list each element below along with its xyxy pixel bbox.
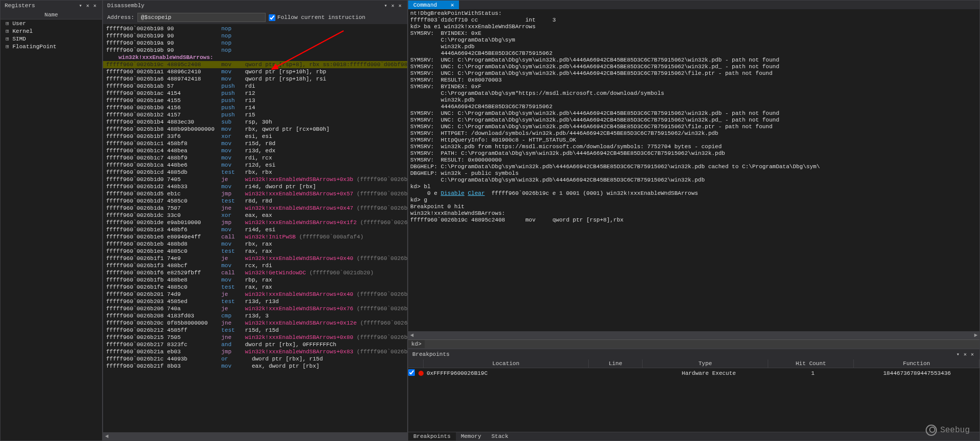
disasm-line[interactable]: fffff960`0026b21c 44093b or dword ptr [r… (103, 355, 407, 363)
disasm-line[interactable]: fffff960`0026b1dc 33c0 xor eax, eax (103, 212, 407, 219)
bp-col-hit[interactable]: Hit Count (768, 359, 854, 368)
disasm-line[interactable]: fffff960`0026b1c7 488bf9 mov rdi, rcx (103, 154, 407, 162)
command-input[interactable] (425, 340, 979, 348)
disassembly-header[interactable]: Disassembly ▾ ✕ ✕ (103, 1, 407, 11)
clear-link[interactable]: Clear (468, 190, 485, 196)
pin-icon[interactable]: ✕ (85, 3, 91, 9)
disasm-line[interactable]: fffff960`0026b1c4 448bea mov r13d, edx (103, 147, 407, 154)
close-icon[interactable]: ✕ (451, 2, 454, 8)
disasm-line[interactable]: fffff960`0026b199 90 nop (103, 32, 407, 39)
pin-icon[interactable]: ✕ (390, 3, 396, 9)
disasm-line[interactable]: fffff960`0026b1ab 57 push rdi (103, 83, 407, 90)
disasm-line[interactable]: fffff960`0026b1a6 4889742418 mov qword p… (103, 75, 407, 83)
disasm-line[interactable]: fffff960`0026b201 74d9 je win32k!xxxEnab… (103, 291, 407, 298)
disasm-line[interactable]: fffff960`0026b203 4585ed test r13d, r13d (103, 298, 407, 305)
dropdown-icon[interactable]: ▾ (77, 3, 84, 9)
disasm-line[interactable]: fffff960`0026b20c 0f85b8000000 jne win32… (103, 319, 407, 327)
seebug-icon (926, 425, 937, 436)
command-output-line: SYMSRV: RESULT: 0x80070003 (410, 77, 977, 84)
disasm-line[interactable]: fffff960`0026b1de e9ab010000 jmp win32k!… (103, 219, 407, 226)
disasm-line[interactable]: fffff960`0026b21f 8b03 mov eax, dword pt… (103, 363, 407, 370)
command-output[interactable]: nt!DbgBreakPointWithStatus:fffff803`d1dc… (408, 9, 979, 331)
bp-enable-checkbox[interactable] (408, 369, 415, 376)
disasm-line[interactable]: fffff960`0026b1fe 4885c0 test rax, rax (103, 284, 407, 291)
command-output-line: fffff803`d1dcf710 cc int 3 (410, 17, 977, 24)
disasm-line[interactable]: fffff960`0026b1d2 448b33 mov r14d, dword… (103, 183, 407, 190)
disasm-line[interactable]: fffff960`0026b215 7505 jne win32k!xxxEna… (103, 334, 407, 341)
disasm-line[interactable]: fffff960`0026b1ac 4154 push r12 (103, 90, 407, 97)
disasm-line[interactable]: fffff960`0026b1fb 488be8 mov rbp, rax (103, 276, 407, 284)
disasm-line[interactable]: fffff960`0026b198 90 nop (103, 25, 407, 32)
disasm-line[interactable]: fffff960`0026b1ee 4885c0 test rax, rax (103, 248, 407, 255)
breakpoint-row[interactable]: 0xFFFFF9600026B19CHardware Execute118446… (408, 368, 979, 378)
disasm-line[interactable]: fffff960`0026b1b0 4156 push r14 (103, 104, 407, 111)
disasm-line[interactable]: fffff960`0026b1e3 448bf6 mov r14d, esi (103, 226, 407, 233)
close-icon[interactable]: ✕ (92, 3, 98, 9)
follow-checkbox[interactable]: Follow current instruction (269, 14, 366, 21)
command-output-line: SYMSRV: BYINDEX: 0xE (410, 30, 977, 37)
command-tab[interactable]: Command ✕ (408, 1, 459, 9)
dropdown-icon[interactable]: ▾ (383, 3, 389, 9)
disasm-line[interactable]: fffff960`0026b1c1 458bf8 mov r15d, r8d (103, 140, 407, 147)
registers-header[interactable]: Registers ▾ ✕ ✕ (1, 1, 102, 11)
right-column: Command ✕ nt!DbgBreakPointWithStatus:fff… (408, 0, 980, 441)
register-group-kernel[interactable]: Kernel (1, 27, 102, 35)
address-input[interactable] (137, 13, 266, 22)
tab-stack[interactable]: Stack (486, 432, 513, 440)
breakpoints-header[interactable]: Breakpoints ▾ ✕ ✕ (408, 349, 979, 359)
command-output-line: DBGHELP: C:\ProgramData\Dbg\sym\win32k.p… (410, 164, 977, 170)
disassembly-body[interactable]: fffff960`0026b198 90 nop fffff960`0026b1… (103, 24, 407, 432)
disasm-line[interactable]: fffff960`0026b21a eb03 jmp win32k!xxxEna… (103, 348, 407, 355)
register-group-floatingpoint[interactable]: FloatingPoint (1, 43, 102, 50)
disasm-line[interactable]: fffff960`0026b19c 48895c2408 mov qword p… (103, 61, 407, 68)
disasm-line[interactable]: fffff960`0026b1eb 488bd8 mov rbx, rax (103, 240, 407, 248)
command-output-line: C:\ProgramData\Dbg\sym (410, 37, 977, 44)
close-icon[interactable]: ✕ (969, 351, 975, 357)
disasm-line[interactable]: fffff960`0026b1f3 488bcf mov rcx, rdi (103, 262, 407, 269)
tab-breakpoints[interactable]: Breakpoints (408, 432, 456, 440)
horizontal-scrollbar[interactable] (103, 432, 407, 440)
tab-memory[interactable]: Memory (456, 432, 487, 440)
disasm-line[interactable]: fffff960`0026b1d7 4585c0 test r8d, r8d (103, 197, 407, 205)
disasm-line[interactable]: fffff960`0026b1b2 4157 push r15 (103, 111, 407, 118)
disasm-line[interactable]: fffff960`0026b208 4183fd03 cmp r13d, 3 (103, 312, 407, 319)
disasm-line[interactable]: fffff960`0026b1a1 48896c2410 mov qword p… (103, 68, 407, 75)
disasm-line[interactable]: fffff960`0026b1cd 4885db test rbx, rbx (103, 169, 407, 176)
breakpoint-icon (418, 371, 424, 376)
disasm-line[interactable]: fffff960`0026b1f6 e82529fbff call win32k… (103, 269, 407, 276)
command-output-line: SYMSRV: UNC: C:\ProgramData\Dbg\sym\win3… (410, 64, 977, 70)
horizontal-scrollbar[interactable]: ► (408, 331, 979, 339)
command-pane: Command ✕ nt!DbgBreakPointWithStatus:fff… (408, 0, 980, 349)
register-group-simd[interactable]: SIMD (1, 35, 102, 43)
command-prompt-row: kd> (408, 339, 979, 348)
disasm-line[interactable]: fffff960`0026b1da 7507 jne win32k!xxxEna… (103, 205, 407, 212)
bp-col-location[interactable]: Location (424, 359, 589, 368)
disasm-line[interactable]: fffff960`0026b206 740a je win32k!xxxEnab… (103, 305, 407, 312)
pin-icon[interactable]: ✕ (962, 351, 968, 357)
bp-col-func[interactable]: Function (854, 359, 979, 368)
watermark: Seebug (926, 425, 970, 436)
disasm-line[interactable]: fffff960`0026b1d5 eb1c jmp win32k!xxxEna… (103, 190, 407, 197)
disasm-line[interactable]: fffff960`0026b1ae 4155 push r13 (103, 97, 407, 104)
disasm-line[interactable]: fffff960`0026b19a 90 nop (103, 39, 407, 47)
dropdown-icon[interactable]: ▾ (955, 351, 961, 357)
disasm-line[interactable]: fffff960`0026b1d0 7405 je win32k!xxxEnab… (103, 176, 407, 183)
disasm-line[interactable]: fffff960`0026b1ca 448be6 mov r12d, esi (103, 162, 407, 169)
disasm-line[interactable]: fffff960`0026b1f1 74e9 je win32k!xxxEnab… (103, 255, 407, 262)
bp-col-type[interactable]: Type (643, 359, 768, 368)
disasm-line[interactable]: fffff960`0026b1b4 4883ec30 sub rsp, 30h (103, 118, 407, 126)
disassembly-title: Disassembly (107, 3, 383, 9)
disasm-line[interactable]: fffff960`0026b1e6 e80949e4ff call win32k… (103, 233, 407, 240)
disasm-line[interactable]: fffff960`0026b1b8 488b99b0000000 mov rbx… (103, 126, 407, 133)
disasm-line[interactable]: fffff960`0026b217 8323fc and dword ptr [… (103, 341, 407, 348)
disasm-line[interactable]: fffff960`0026b212 4585ff test r15d, r15d (103, 327, 407, 334)
close-icon[interactable]: ✕ (397, 3, 403, 9)
command-tabbar: Command ✕ (408, 1, 979, 9)
disasm-line[interactable]: fffff960`0026b19b 90 nop (103, 47, 407, 54)
bp-col-line[interactable]: Line (589, 359, 643, 368)
register-group-user[interactable]: User (1, 19, 102, 27)
disasm-line[interactable]: fffff960`0026b1bf 33f6 xor esi, esi (103, 133, 407, 140)
disable-link[interactable]: Disable (441, 190, 464, 196)
command-output-line: SYMSRV: UNC: C:\ProgramData\Dbg\sym\win3… (410, 117, 977, 124)
follow-checkbox-input[interactable] (269, 14, 275, 21)
